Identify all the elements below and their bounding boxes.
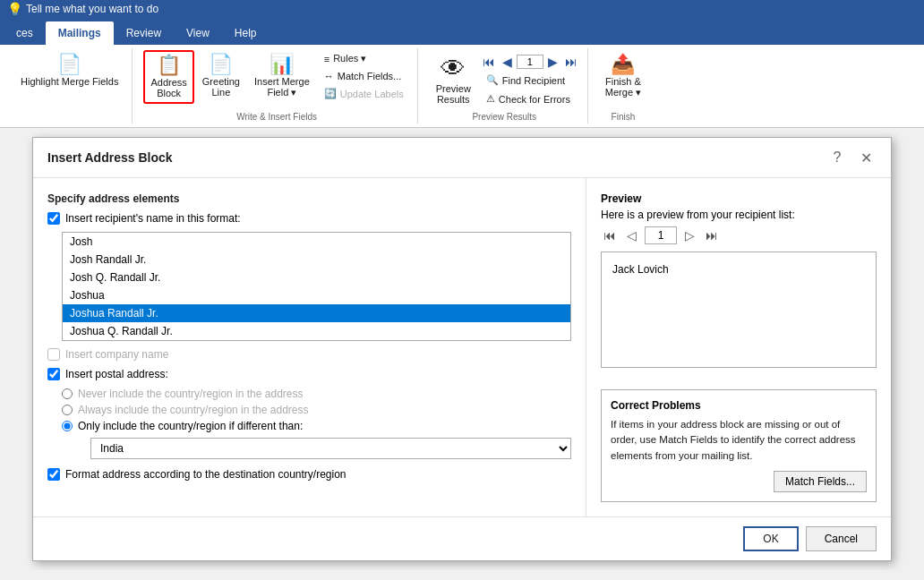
- highlight-merge-label: Highlight Merge Fields: [21, 76, 118, 87]
- radio-never-input[interactable]: [62, 388, 73, 399]
- find-recipient-icon: 🔍: [486, 74, 499, 86]
- preview-nav-next[interactable]: ▷: [682, 227, 697, 243]
- address-block-button[interactable]: 📋 AddressBlock: [143, 50, 193, 104]
- preview-label: Preview: [601, 192, 877, 205]
- preview-description: Here is a preview from your recipient li…: [601, 209, 877, 221]
- name-list-inner[interactable]: Josh Josh Randall Jr. Josh Q. Randall Jr…: [63, 233, 570, 340]
- ribbon-tabs: ces Mailings Review View Help: [0, 18, 924, 45]
- name-item-2[interactable]: Josh Q. Randall Jr.: [63, 269, 570, 286]
- preview-results-icon: 👁: [441, 54, 466, 83]
- update-labels-icon: 🔄: [324, 88, 337, 99]
- match-fields-button[interactable]: Match Fields...: [774, 471, 867, 492]
- name-item-5[interactable]: Joshua Q. Randall Jr.: [63, 322, 570, 340]
- find-recipient-button[interactable]: 🔍 Find Recipient: [480, 72, 580, 89]
- tab-help[interactable]: Help: [222, 21, 270, 45]
- nav-prev-button[interactable]: ◀: [500, 54, 515, 70]
- highlight-merge-button[interactable]: 📄 Highlight Merge Fields: [14, 50, 124, 91]
- finish-merge-button[interactable]: 📤 Finish &Merge ▾: [599, 50, 647, 103]
- checkbox-format-row: Format address according to the destinat…: [47, 468, 571, 481]
- preview-value: Jack Lovich: [612, 263, 669, 276]
- country-dropdown[interactable]: India United States United Kingdom Canad…: [90, 438, 571, 459]
- dialog-footer: OK Cancel: [33, 516, 891, 560]
- find-recipient-label: Find Recipient: [502, 75, 565, 86]
- rules-button[interactable]: ≡ Rules ▾: [318, 50, 410, 67]
- tell-me-bar-text: Tell me what you want to do: [26, 3, 917, 15]
- finish-merge-icon: 📤: [611, 55, 635, 74]
- name-item-3[interactable]: Joshua: [63, 286, 570, 304]
- preview-nav-input[interactable]: [645, 226, 677, 244]
- radio-never-label: Never include the country/region in the …: [78, 388, 303, 400]
- insert-merge-icon: 📊: [270, 55, 294, 74]
- write-insert-small-group: ≡ Rules ▾ ↔ Match Fields... 🔄 Update Lab…: [318, 50, 410, 102]
- preview-section: Preview Here is a preview from your reci…: [601, 192, 877, 379]
- checkbox-postal-input[interactable]: [47, 368, 60, 380]
- dialog-body: Specify address elements Insert recipien…: [33, 178, 891, 516]
- finish-merge-label: Finish &Merge ▾: [605, 76, 641, 98]
- dialog-titlebar-buttons: ? ✕: [826, 147, 877, 168]
- dialog-titlebar: Insert Address Block ? ✕: [33, 138, 891, 178]
- preview-results-group-label: Preview Results: [472, 108, 536, 122]
- checkbox-company-input[interactable]: [47, 348, 60, 361]
- radio-always-input[interactable]: [62, 405, 73, 415]
- nav-page-input[interactable]: [517, 55, 543, 69]
- preview-nav-first[interactable]: ⏮: [601, 227, 619, 243]
- update-labels-button[interactable]: 🔄 Update Labels: [318, 85, 410, 102]
- lightbulb-icon: 💡: [7, 2, 22, 16]
- radio-always-row: Always include the country/region in the…: [62, 404, 571, 416]
- preview-results-group: 👁 PreviewResults ⏮ ◀ ▶ ⏭ 🔍 Find Recipien…: [422, 48, 588, 124]
- name-item-4[interactable]: Joshua Randall Jr.: [63, 304, 570, 322]
- greeting-line-label: GreetingLine: [202, 76, 240, 98]
- tab-mailings[interactable]: Mailings: [46, 21, 114, 45]
- radio-only-label: Only include the country/region if diffe…: [78, 420, 303, 432]
- write-insert-group: 📋 AddressBlock 📄 GreetingLine 📊 Insert M…: [136, 48, 417, 124]
- tab-ces[interactable]: ces: [4, 21, 46, 45]
- radio-never-row: Never include the country/region in the …: [62, 388, 571, 400]
- name-item-0[interactable]: Josh: [63, 233, 570, 251]
- tab-view[interactable]: View: [174, 21, 222, 45]
- ribbon-header: 💡 Tell me what you want to do: [0, 0, 924, 18]
- name-list: Josh Josh Randall Jr. Josh Q. Randall Jr…: [62, 232, 571, 341]
- ribbon-toolbar: 📄 Highlight Merge Fields 📋 AddressBlock …: [0, 45, 924, 128]
- name-item-1[interactable]: Josh Randall Jr.: [63, 251, 570, 269]
- dialog-help-button[interactable]: ?: [826, 147, 848, 168]
- preview-results-button[interactable]: 👁 PreviewResults: [429, 50, 478, 108]
- preview-results-label: PreviewResults: [436, 83, 471, 105]
- preview-nav-row: ⏮ ◀ ▶ ⏭: [480, 54, 580, 70]
- tab-review[interactable]: Review: [114, 21, 174, 45]
- specify-elements-label: Specify address elements: [47, 192, 571, 205]
- correct-problems-title: Correct Problems: [611, 399, 867, 412]
- update-labels-label: Update Labels: [340, 89, 404, 99]
- cancel-button[interactable]: Cancel: [806, 526, 877, 551]
- dialog-close-button[interactable]: ✕: [855, 147, 877, 168]
- check-errors-button[interactable]: ⚠ Check for Errors: [480, 90, 580, 107]
- finish-group-label: Finish: [612, 108, 636, 122]
- check-errors-icon: ⚠: [486, 93, 495, 105]
- radio-always-label: Always include the country/region in the…: [78, 404, 308, 416]
- insert-merge-field-button[interactable]: 📊 Insert MergeField ▾: [248, 50, 316, 103]
- nav-first-button[interactable]: ⏮: [480, 54, 498, 70]
- checkbox-recipient-label: Insert recipient's name in this format:: [65, 212, 241, 225]
- dialog-title: Insert Address Block: [47, 150, 173, 165]
- checkbox-company-row: Insert company name: [47, 348, 571, 361]
- checkbox-postal-label: Insert postal address:: [65, 368, 168, 380]
- radio-group: Never include the country/region in the …: [62, 388, 571, 432]
- match-fields-ribbon-button[interactable]: ↔ Match Fields...: [318, 68, 410, 84]
- write-insert-group-label: Write & Insert Fields: [236, 108, 317, 122]
- highlight-merge-icon: 📄: [57, 55, 81, 74]
- preview-nav-last[interactable]: ⏭: [703, 227, 721, 243]
- nav-last-button[interactable]: ⏭: [562, 54, 580, 70]
- checkbox-format-input[interactable]: [47, 468, 60, 481]
- checkbox-recipient-row: Insert recipient's name in this format:: [47, 212, 571, 225]
- greeting-line-button[interactable]: 📄 GreetingLine: [196, 50, 246, 102]
- preview-box: Jack Lovich: [601, 252, 877, 368]
- checkbox-recipient-input[interactable]: [47, 212, 60, 225]
- preview-nav-prev[interactable]: ◁: [624, 227, 639, 243]
- nav-next-button[interactable]: ▶: [545, 54, 560, 70]
- radio-only-input[interactable]: [62, 421, 73, 431]
- address-block-label: AddressBlock: [150, 77, 186, 98]
- correct-problems-section: Correct Problems If items in your addres…: [601, 389, 877, 502]
- match-fields-ribbon-label: Match Fields...: [338, 71, 402, 81]
- ok-button[interactable]: OK: [743, 526, 798, 551]
- checkbox-company-label: Insert company name: [65, 348, 168, 361]
- highlight-merge-group: 📄 Highlight Merge Fields: [7, 48, 133, 124]
